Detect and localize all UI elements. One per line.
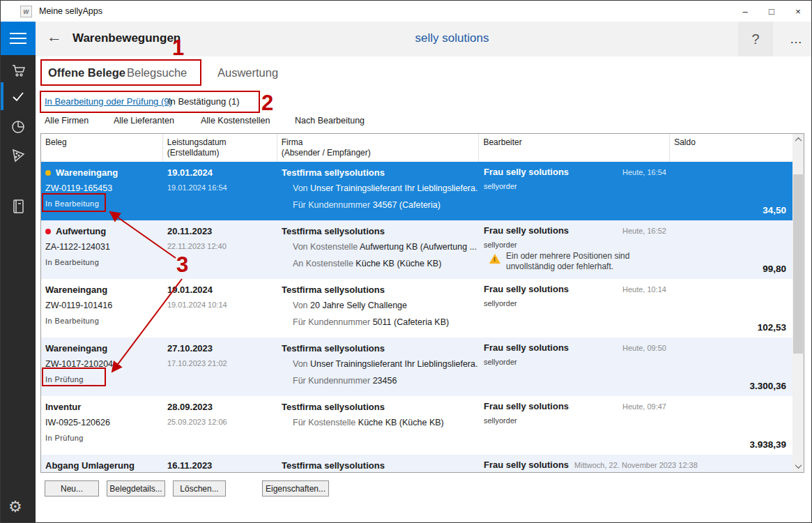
beleg-type: Aufwertung	[45, 226, 160, 236]
erstelldatum: 19.01.2024 10:14	[167, 301, 227, 309]
beleg-cell: WareneingangZW-0119-101416In Bearbeitung	[41, 279, 163, 338]
firma-name: Testfirma sellysolutions	[282, 167, 477, 178]
detail-label: Von	[293, 183, 310, 193]
titlebar: w Meine sellyApps – □ ×	[1, 1, 811, 22]
beleg-cell: WareneingangZW-1017-210204In Prüfung	[41, 338, 163, 396]
table-row[interactable]: InventurIW-0925-120626In Prüfung28.09.20…	[41, 396, 792, 455]
firma-name: Testfirma sellysolutions	[282, 402, 477, 412]
bearbeiter-sub: sellyorder	[484, 299, 517, 308]
firma-name-label: Testfirma sellysolutions	[282, 343, 385, 354]
table-row[interactable]: Abgang Umlagerung16.11.2023Testfirma sel…	[41, 455, 792, 472]
cart-icon[interactable]	[10, 62, 26, 79]
bearbeiter-cell: Frau selly solutionsHeute, 16:54sellyord…	[480, 162, 671, 220]
tab-belegsuche[interactable]: Belegsuche	[127, 66, 187, 79]
beleg-number: ZA-1122-124031	[45, 242, 110, 252]
bearbeiter-time: Heute, 16:52	[622, 227, 666, 235]
firma-detail-line: Für Kostenstelle Küche KB (Küche KB)	[293, 418, 478, 427]
detail-label: Für Kundennummer	[293, 200, 373, 210]
pie-chart-icon[interactable]	[10, 118, 26, 135]
beleg-type: Wareneingang	[45, 343, 160, 354]
vertical-scrollbar[interactable]	[792, 134, 804, 472]
beleg-number: ZW-0119-101416	[45, 301, 112, 310]
bearbeiter-time: Heute, 10:14	[622, 285, 666, 294]
neu-button[interactable]: Neu...	[45, 480, 99, 497]
back-arrow-icon[interactable]: ←	[44, 28, 65, 46]
bearbeiter-cell: Frau selly solutionsMittwoch, 22. Novemb…	[480, 455, 671, 472]
bearbeiter-cell: Frau selly solutionsHeute, 09:47sellyord…	[480, 396, 671, 455]
filter-link-in-bearbeitung-oder-pruefung[interactable]: In Bearbeitung oder Prüfung (9)	[45, 96, 172, 107]
firma-detail-line: An Kostenstelle Küche KB (Küche KB)	[293, 259, 478, 268]
filter-link-in-bestaetigung[interactable]: In Bestätigung (1)	[168, 96, 240, 107]
saldo-cell	[671, 455, 792, 472]
more-options-button[interactable]: …	[783, 22, 811, 56]
datum-cell: 16.11.2023	[163, 455, 277, 472]
tab-auswertung[interactable]: Auswertung	[217, 66, 278, 79]
tab-offene-belege[interactable]: Offene Belege	[48, 66, 125, 79]
table-row[interactable]: WareneingangZW-1017-210204In Prüfung27.1…	[41, 338, 792, 396]
filter-nach-bearbeitung[interactable]: Nach Bearbeitung	[295, 116, 365, 126]
filter-alle-firmen[interactable]: Alle Firmen	[45, 116, 89, 126]
column-header-3[interactable]: Firma(Absender / Empfänger)	[277, 134, 480, 162]
active-item-accent	[1, 82, 3, 110]
beleg-type-label: Wareneingang	[56, 167, 118, 178]
firma-detail-line: Von Unser Trainingslieferant Ihr Lieblin…	[293, 183, 478, 193]
settings-gear-icon[interactable]: ⚙	[8, 497, 22, 517]
erstelldatum: 25.09.2023 12:06	[167, 418, 227, 426]
help-button[interactable]: ?	[738, 22, 773, 56]
bearbeiter-line: Frau selly solutionsHeute, 16:52	[484, 225, 666, 236]
page-title: Warenbewegungen	[72, 31, 181, 45]
leistungsdatum: 19.01.2024	[167, 285, 275, 295]
leistungsdatum: 19.01.2024	[167, 167, 275, 178]
saldo-cell: 3.300,36	[671, 338, 792, 396]
firma-cell: Testfirma sellysolutions	[277, 455, 480, 472]
loeschen-button[interactable]: Löschen...	[173, 480, 226, 497]
bearbeiter-time: Heute, 09:50	[622, 344, 666, 352]
table-row[interactable]: WareneingangZW-0119-101416In Bearbeitung…	[41, 279, 792, 338]
bearbeiter-line: Frau selly solutionsMittwoch, 22. Novemb…	[484, 460, 666, 470]
table-header-row: BelegLeistungsdatum(Erstelldatum)Firma(A…	[41, 134, 792, 162]
close-button[interactable]: ×	[785, 1, 811, 22]
beleg-number: IW-0925-120626	[45, 418, 110, 427]
beleg-type-label: Wareneingang	[45, 285, 107, 295]
beleg-number: ZW-0119-165453	[45, 183, 112, 193]
firma-cell: Testfirma sellysolutionsFür Kostenstelle…	[277, 396, 480, 455]
beleg-type-label: Aufwertung	[56, 226, 106, 236]
maximize-button[interactable]: □	[758, 1, 785, 22]
eigenschaften-button[interactable]: Eigenschaften...	[262, 480, 329, 497]
column-header-5[interactable]: Saldo	[670, 134, 792, 162]
app-icon[interactable]: w	[20, 6, 32, 17]
pizza-icon[interactable]	[10, 147, 26, 164]
brand-text: selly solutions	[377, 31, 527, 45]
minimize-button[interactable]: –	[732, 1, 758, 22]
window-controls: – □ ×	[732, 1, 811, 22]
detail-value: Küche KB (Küche KB)	[358, 418, 444, 427]
table-row[interactable]: AufwertungZA-1122-124031In Bearbeitung20…	[41, 220, 792, 279]
scrollbar-thumb[interactable]	[793, 174, 803, 354]
hamburger-menu-button[interactable]	[1, 22, 36, 55]
belegdetails-button[interactable]: Belegdetails...	[107, 480, 165, 497]
table-row[interactable]: WareneingangZW-0119-165453In Bearbeitung…	[41, 162, 792, 220]
leistungsdatum: 16.11.2023	[167, 460, 275, 471]
filter-alle-kostenstellen[interactable]: Alle Kostenstellen	[201, 116, 270, 126]
scroll-up-arrow[interactable]	[792, 134, 804, 146]
detail-label: An Kostenstelle	[293, 259, 355, 268]
saldo-cell: 99,80	[671, 220, 792, 279]
bearbeiter-line: Frau selly solutionsHeute, 16:54	[484, 167, 666, 177]
firma-name-label: Testfirma sellysolutions	[282, 226, 385, 236]
firma-cell: Testfirma sellysolutionsVon 20 Jahre Sel…	[277, 279, 480, 338]
warning-block: Ein oder mehrere Positionen sindunvollst…	[489, 251, 668, 272]
detail-label: Für Kundennummer	[293, 317, 373, 327]
book-icon[interactable]	[10, 198, 26, 215]
saldo-cell: 3.938,39	[671, 396, 792, 455]
column-header-1[interactable]: Beleg	[41, 134, 163, 162]
column-header-line1: Leistungsdatum	[167, 137, 277, 148]
saldo-cell: 102,53	[671, 279, 792, 338]
saldo-value: 3.938,39	[749, 439, 786, 450]
column-header-2[interactable]: Leistungsdatum(Erstelldatum)	[163, 134, 277, 162]
check-icon[interactable]	[10, 88, 26, 105]
column-header-4[interactable]: Bearbeiter	[479, 134, 670, 162]
filter-alle-lieferanten[interactable]: Alle Lieferanten	[114, 116, 174, 126]
firma-name-label: Testfirma sellysolutions	[282, 285, 385, 295]
bearbeiter-line: Frau selly solutionsHeute, 10:14	[484, 284, 666, 294]
scroll-down-arrow[interactable]	[792, 460, 804, 472]
